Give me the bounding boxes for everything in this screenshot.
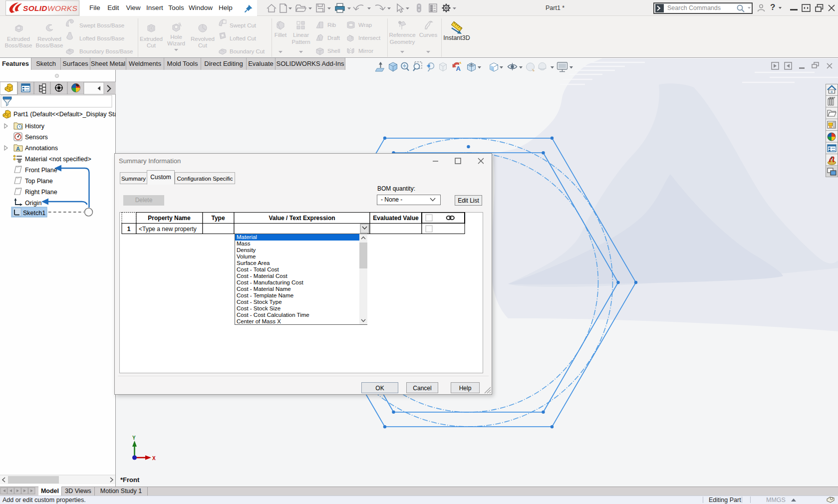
svg-text:<Type a new property: <Type a new property (139, 226, 197, 233)
svg-text:Y: Y (132, 435, 136, 441)
svg-text:A: A (16, 146, 20, 152)
svg-text:Revolved: Revolved (191, 36, 215, 42)
svg-text:Intersect: Intersect (358, 35, 381, 41)
svg-text:Value / Text Expression: Value / Text Expression (269, 215, 335, 222)
svg-text:Sensors: Sensors (25, 134, 48, 141)
svg-text:Hole: Hole (170, 34, 182, 40)
svg-text:Lofted Boss/Base: Lofted Boss/Base (79, 35, 124, 41)
svg-text:SOLID: SOLID (23, 4, 47, 12)
svg-text:A: A (456, 65, 461, 72)
svg-text:Shell: Shell (327, 48, 340, 54)
svg-text:Origin: Origin (25, 200, 41, 207)
svg-text:*Front: *Front (120, 476, 140, 484)
svg-text:Geometry: Geometry (390, 39, 415, 45)
svg-text:Annotations: Annotations (25, 145, 58, 152)
svg-text:Wizard: Wizard (167, 40, 185, 46)
svg-text:Lofted Cut: Lofted Cut (230, 35, 257, 41)
svg-text:Linear: Linear (293, 32, 309, 38)
svg-text:Reference: Reference (389, 32, 415, 38)
svg-text:Revolved: Revolved (37, 36, 61, 42)
svg-text:Wrap: Wrap (358, 22, 372, 28)
svg-text:Front Plane: Front Plane (25, 167, 57, 174)
svg-text:Top Plane: Top Plane (25, 178, 53, 185)
svg-text:Pattern: Pattern (291, 39, 310, 45)
svg-text:Mirror: Mirror (358, 48, 373, 54)
svg-text:Cut: Cut (198, 42, 208, 48)
svg-text:Cut: Cut (147, 42, 156, 48)
svg-text:Right Plane: Right Plane (25, 189, 57, 196)
svg-text:Extruded: Extruded (7, 36, 30, 42)
svg-text:Fillet: Fillet (275, 32, 287, 38)
svg-text:Draft: Draft (327, 35, 340, 41)
svg-text:WORKS: WORKS (47, 4, 77, 12)
svg-text:Extruded: Extruded (140, 36, 163, 42)
svg-text:Boundary Cut: Boundary Cut (230, 48, 265, 54)
svg-text:Boss/Base: Boss/Base (5, 42, 32, 48)
svg-text:Swept Boss/Base: Swept Boss/Base (79, 22, 124, 28)
svg-text:Part1 (Default<<Default>_Disp: Part1 (Default<<Default>_Display Sta (13, 111, 116, 118)
svg-text:Swept Cut: Swept Cut (230, 22, 257, 28)
svg-text:X: X (152, 456, 156, 461)
svg-text:History: History (25, 123, 45, 130)
svg-text:Sketch1: Sketch1 (23, 210, 45, 217)
svg-text:Rib: Rib (327, 22, 336, 28)
svg-text:Instant3D: Instant3D (443, 34, 470, 41)
svg-text:Curves: Curves (419, 32, 438, 38)
svg-text:1: 1 (127, 226, 131, 233)
svg-text:Boss/Base: Boss/Base (36, 42, 63, 48)
svg-text:Boundary Boss/Base: Boundary Boss/Base (79, 48, 133, 54)
svg-text:Evaluated Value: Evaluated Value (373, 215, 419, 222)
svg-text:Material <not specified>: Material <not specified> (25, 156, 91, 163)
svg-text:Type: Type (211, 215, 225, 222)
svg-text:Property Name: Property Name (148, 215, 191, 222)
